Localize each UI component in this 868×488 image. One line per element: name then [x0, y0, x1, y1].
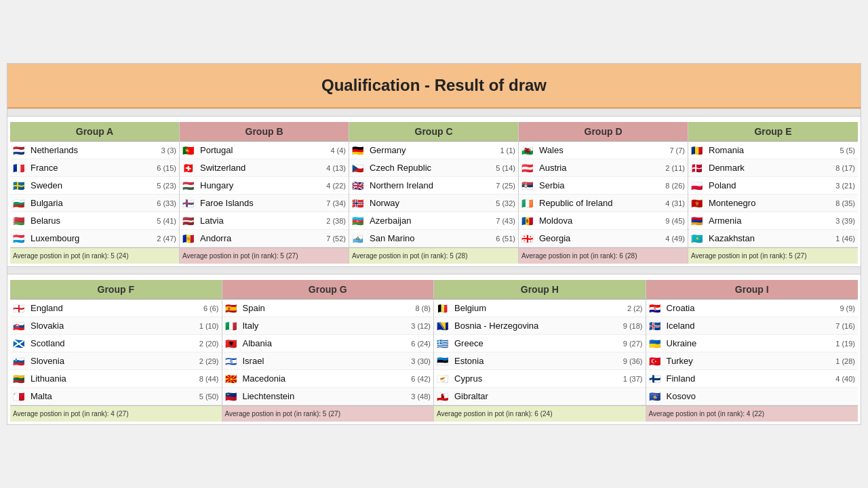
group-body: 🇳🇱Netherlands3 (3)🇫🇷France6 (15)🇸🇪Sweden…	[10, 142, 179, 247]
rank-badge: 5 (14)	[496, 164, 515, 172]
country-row: 🇱🇹Lithuania8 (44)	[10, 370, 222, 388]
rank-badge: 5 (23)	[157, 182, 176, 190]
group-col-group-i: Group I🇭🇷Croatia9 (9)🇮🇸Iceland7 (16)🇺🇦Uk…	[646, 280, 859, 422]
rank-badge: 9 (18)	[623, 322, 643, 330]
group-header: Group C	[349, 122, 518, 142]
country-row: 🇮🇪Republic of Ireland4 (31)	[519, 195, 688, 212]
country-name: Lithuania	[31, 373, 198, 384]
rank-badge: 4 (49)	[665, 235, 685, 243]
group-header: Group F	[10, 280, 222, 300]
rank-badge: 4 (22)	[326, 182, 346, 190]
flag-icon: 🇷🇴	[691, 146, 706, 155]
group-body: 🏴󠁧󠁢󠁥󠁮󠁧󠁿England6 (6)🇸🇰Slovakia1 (10)🏴󠁧󠁢󠁳󠁣…	[10, 300, 222, 405]
flag-icon: 🇵🇱	[691, 181, 706, 190]
country-name: Italy	[243, 321, 410, 331]
country-row: 🇲🇹Malta5 (50)	[10, 388, 222, 405]
avg-row: Average postion in pot (in rank): 4 (22)	[646, 405, 859, 422]
country-row: 🇩🇪Germany1 (1)	[349, 142, 518, 159]
country-row: 🇱🇺Luxembourg2 (47)	[10, 230, 179, 247]
flag-icon: 🇫🇮	[649, 374, 664, 384]
flag-icon: 🇧🇾	[13, 216, 28, 226]
group-header: Group A	[10, 122, 179, 142]
country-row: 🇮🇱Israel3 (30)	[222, 352, 434, 370]
country-name: Macedonia	[243, 373, 410, 384]
country-row: 🇫🇷France6 (15)	[10, 159, 179, 177]
country-name: Armenia	[709, 216, 834, 226]
flag-icon: 🇽🇰	[649, 392, 664, 401]
country-row: 🇳🇴Norway5 (32)	[349, 195, 518, 212]
flag-icon: 🇮🇹	[225, 321, 240, 331]
country-row: 🇸🇰Slovakia1 (10)	[10, 317, 222, 335]
flag-icon: 🇱🇹	[13, 374, 28, 384]
rank-badge: 5 (41)	[157, 217, 176, 225]
rank-badge: 4 (40)	[835, 375, 855, 383]
country-row: 🇰🇿Kazakhstan1 (46)	[688, 230, 858, 247]
country-name: Liechtenstein	[243, 391, 410, 401]
rank-badge: 9 (45)	[665, 217, 685, 225]
country-row: 🇱🇻Latvia2 (38)	[180, 212, 349, 230]
country-name: Azerbaijan	[370, 216, 494, 226]
flag-icon: 🇧🇦	[437, 321, 452, 331]
flag-icon: 🇨🇿	[352, 163, 367, 173]
country-name: Denmark	[709, 163, 834, 173]
country-name: France	[31, 163, 155, 173]
rank-badge: 5 (5)	[840, 146, 855, 155]
country-name: Kosovo	[667, 391, 854, 401]
country-row: 🇺🇦Ukraine1 (19)	[646, 335, 859, 352]
group-body: 🏴󠁧󠁢󠁷󠁬󠁳󠁿Wales7 (7)🇦🇹Austria2 (11)🇷🇸Serbia…	[519, 142, 688, 247]
rank-badge: 3 (30)	[411, 357, 431, 365]
group-body: 🇵🇹Portugal4 (4)🇨🇭Switzerland4 (13)🇭🇺Hung…	[180, 142, 349, 247]
section-separator	[7, 108, 861, 117]
rank-badge: 7 (52)	[326, 235, 346, 243]
country-row: 🏴󠁧󠁢󠁳󠁣󠁴󠁿Scotland2 (20)	[10, 335, 222, 352]
flag-icon: 🇪🇸	[225, 304, 240, 313]
country-name: Turkey	[667, 356, 835, 366]
group-col-group-b: Group B🇵🇹Portugal4 (4)🇨🇭Switzerland4 (13…	[180, 122, 349, 264]
flag-icon: 🇬🇧	[352, 181, 367, 190]
country-name: Northern Ireland	[370, 180, 494, 190]
group-body: 🇭🇷Croatia9 (9)🇮🇸Iceland7 (16)🇺🇦Ukraine1 …	[646, 300, 859, 405]
flag-icon: 🇲🇹	[13, 392, 28, 401]
flag-icon: 🇲🇰	[225, 374, 240, 384]
country-name: Luxembourg	[31, 233, 155, 243]
country-name: Israel	[243, 356, 410, 366]
page-title: Qualification - Result of draw	[7, 64, 861, 108]
rank-badge: 6 (51)	[496, 235, 515, 243]
country-name: Montenegro	[709, 198, 834, 208]
flag-icon: 🇲🇩	[521, 216, 536, 226]
flag-icon: 🇸🇮	[13, 357, 28, 366]
country-name: Belarus	[31, 216, 155, 226]
rank-badge: 8 (17)	[835, 164, 855, 172]
country-row: 🇹🇷Turkey1 (28)	[646, 352, 859, 370]
rank-badge: 6 (24)	[411, 340, 431, 348]
rank-badge: 7 (43)	[496, 217, 515, 225]
country-row: 🇦🇩Andorra7 (52)	[180, 230, 349, 247]
country-row: 🇨🇾Cyprus1 (37)	[434, 370, 646, 388]
country-name: Hungary	[200, 180, 325, 190]
country-row: 🇷🇸Serbia8 (26)	[519, 177, 688, 195]
group-body: 🇩🇪Germany1 (1)🇨🇿Czech Republic5 (14)🇬🇧No…	[349, 142, 518, 247]
country-name: Georgia	[539, 233, 664, 243]
country-name: Czech Republic	[370, 163, 494, 173]
flag-icon: 🇧🇪	[437, 304, 452, 313]
country-name: Albania	[243, 338, 410, 348]
country-name: Slovenia	[31, 356, 198, 366]
country-row: 🇱🇮Liechtenstein3 (48)	[222, 388, 434, 405]
country-row: 🇷🇴Romania5 (5)	[688, 142, 858, 159]
rank-badge: 9 (27)	[623, 340, 643, 348]
country-name: Norway	[370, 198, 494, 208]
rank-badge: 4 (31)	[665, 199, 685, 207]
country-name: Moldova	[539, 216, 664, 226]
flag-icon: 🇳🇴	[352, 199, 367, 208]
rank-badge: 7 (7)	[669, 146, 685, 155]
avg-row: Average postion in pot (in rank): 5 (27)	[222, 405, 434, 422]
country-row: 🇧🇪Belgium2 (2)	[434, 300, 646, 317]
flag-icon: 🇲🇪	[691, 199, 706, 208]
rank-badge: 6 (6)	[203, 304, 219, 312]
country-name: San Marino	[370, 233, 494, 243]
country-row: 🇲🇰Macedonia6 (42)	[222, 370, 434, 388]
avg-row: Average postion in pot (in rank): 5 (27)	[180, 247, 349, 264]
country-name: Romania	[709, 145, 838, 155]
rank-badge: 3 (12)	[411, 322, 431, 330]
flag-icon: 🏴󠁧󠁢󠁳󠁣󠁴󠁿	[13, 339, 28, 348]
